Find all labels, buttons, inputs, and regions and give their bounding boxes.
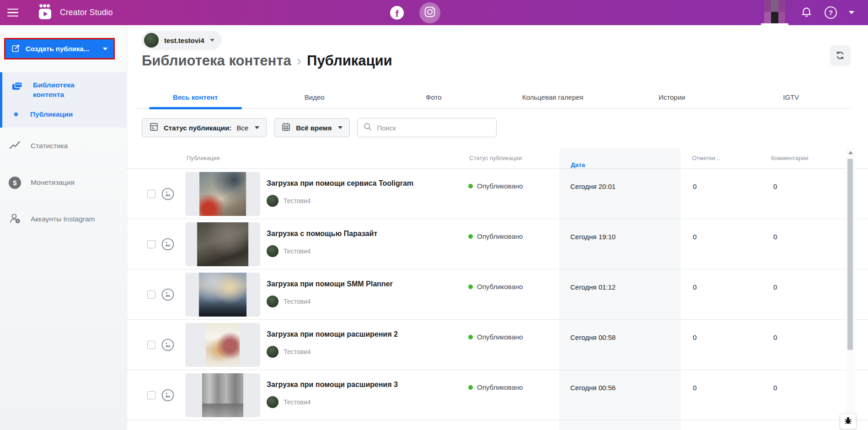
notifications-bell-icon[interactable] (800, 5, 813, 20)
hamburger-menu-icon[interactable] (7, 6, 19, 19)
account-avatar (144, 33, 159, 48)
post-title[interactable]: Загрузка при помощи расширения 3 (267, 381, 398, 389)
post-status: Опубликовано (468, 283, 523, 290)
sidebar-nav: Библиотека контента Публикации Статистик… (0, 72, 126, 237)
table-row[interactable]: Загрузка при помощи расширения 3 Тестови… (126, 370, 868, 420)
post-author: Тестови4 (267, 195, 311, 207)
sort-descending-icon: ↓ (571, 161, 574, 168)
platform-switcher: f (390, 0, 440, 25)
photo-type-icon (161, 238, 174, 251)
tab-2[interactable]: Фото (374, 89, 493, 108)
status-label: Опубликовано (477, 283, 523, 290)
tab-1[interactable]: Видео (255, 89, 375, 108)
table-row[interactable]: Загрузка при помощи сервиса Tooligram Те… (126, 169, 868, 219)
search-box (357, 118, 497, 137)
refresh-button[interactable] (830, 45, 851, 66)
post-status: Опубликовано (468, 182, 523, 190)
refresh-icon (835, 50, 846, 62)
account-selector[interactable]: test.testovi4 (142, 31, 222, 50)
post-comments-count: 0 (773, 283, 777, 291)
author-name: Тестови4 (284, 348, 311, 355)
breadcrumb-parent[interactable]: Библиотека контента (142, 53, 291, 69)
post-title[interactable]: Загрузка при помощи сервиса Tooligram (267, 179, 413, 188)
breadcrumb-separator: › (297, 53, 301, 69)
post-thumbnail[interactable] (185, 273, 260, 317)
status-filter-button[interactable]: Статус публикации: Все (142, 118, 267, 137)
time-filter-button[interactable]: Всё время (274, 118, 350, 137)
content-library-icon (11, 80, 23, 95)
topbar-dropdown-caret-icon[interactable] (849, 11, 854, 14)
tab-0[interactable]: Весь контент (136, 89, 255, 108)
post-comments-count: 0 (773, 183, 777, 190)
post-thumbnail[interactable] (185, 373, 260, 417)
post-thumbnail[interactable] (185, 172, 260, 216)
post-likes-count: 0 (693, 333, 697, 341)
sidebar-item-instagram-accounts[interactable]: Аккаунты Instagram (0, 201, 126, 237)
table-scrollbar[interactable] (846, 148, 855, 430)
main-content: test.testovi4 Библиотека контента›Публик… (126, 25, 868, 430)
row-checkbox[interactable] (147, 341, 155, 349)
status-label: Опубликовано (477, 182, 523, 190)
photo-type-icon (161, 389, 174, 402)
author-avatar-icon (267, 396, 279, 408)
post-status: Опубликовано (468, 383, 523, 391)
facebook-icon[interactable]: f (390, 6, 404, 20)
table-row[interactable]: Загрузка при помощи SMM Planner Тестови4… (126, 269, 868, 320)
table-row[interactable]: Загрузка при помощи расширения 2 Тестови… (126, 320, 868, 370)
status-filter-caret-icon (255, 126, 259, 129)
create-post-button[interactable]: Создать публика... (5, 39, 113, 58)
status-label: Опубликовано (477, 333, 523, 341)
post-author: Тестови4 (267, 245, 311, 257)
post-title[interactable]: Загрузка при помощи расширения 2 (267, 330, 398, 339)
post-thumbnail[interactable] (185, 222, 260, 266)
status-filter-icon (149, 122, 159, 133)
row-checkbox[interactable] (147, 240, 155, 248)
help-icon[interactable]: ? (825, 6, 837, 19)
sidebar-item-publications[interactable]: Публикации (2, 110, 126, 118)
scroll-up-arrow-icon[interactable] (848, 151, 853, 154)
profile-button[interactable] (761, 0, 788, 25)
sidebar-item-statistics[interactable]: Статистика (0, 128, 126, 164)
search-input[interactable] (377, 124, 491, 132)
column-status: Статус публикации (469, 155, 522, 161)
photo-type-icon (161, 288, 174, 301)
account-name: test.testovi4 (164, 37, 204, 44)
topbar-right: ? (761, 0, 868, 25)
bullet-icon (14, 113, 18, 116)
row-checkbox[interactable] (147, 290, 155, 299)
brand[interactable]: Creator Studio (38, 4, 113, 22)
column-comments: Комментарии (771, 155, 809, 161)
tab-5[interactable]: IGTV (732, 89, 851, 108)
author-name: Тестови4 (284, 398, 311, 406)
scrollbar-thumb[interactable] (847, 159, 853, 350)
sidebar-item-content-library[interactable]: Библиотека контента (2, 80, 126, 99)
post-author: Тестови4 (267, 396, 311, 408)
status-dot-icon (468, 184, 473, 188)
post-thumbnail[interactable] (185, 323, 260, 367)
post-title[interactable]: Загрузка при помощи SMM Planner (267, 280, 393, 288)
tab-3[interactable]: Кольцевая галерея (493, 89, 613, 108)
content-library-group: Библиотека контента Публикации (0, 72, 126, 128)
page-title: Публикации (307, 53, 392, 69)
post-title[interactable]: Загрузка с помощью Паразайт (267, 230, 377, 238)
row-checkbox[interactable] (147, 391, 155, 399)
calendar-icon (281, 122, 291, 133)
tab-4[interactable]: Истории (612, 89, 732, 108)
row-checkbox[interactable] (147, 190, 155, 198)
active-profile-indicator (761, 23, 788, 25)
sidebar-item-monetization[interactable]: $ Монетизация (0, 164, 126, 201)
post-status: Опубликовано (468, 232, 523, 240)
photo-type-icon (161, 339, 174, 351)
status-dot-icon (468, 335, 473, 339)
post-author: Тестови4 (267, 346, 311, 358)
instagram-active-circle[interactable] (419, 2, 440, 23)
status-label: Опубликовано (477, 383, 523, 391)
bug-report-button[interactable] (840, 413, 857, 430)
table-row[interactable]: Загрузка с помощью Паразайт Тестови4 Опу… (126, 219, 868, 269)
post-date: Сегодня 20:01 (570, 183, 616, 190)
profile-avatar (764, 0, 785, 23)
stats-chart-icon (9, 139, 21, 153)
status-dot-icon (468, 285, 473, 289)
create-post-caret-icon (103, 48, 107, 50)
dollar-icon: $ (9, 177, 21, 189)
